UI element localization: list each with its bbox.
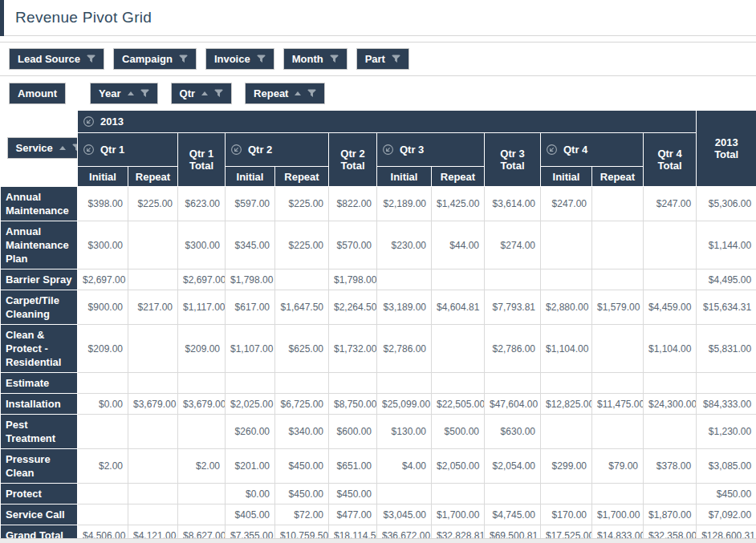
data-cell: $225.00 [275,187,329,221]
data-cell [128,484,178,505]
row-field-service[interactable]: Service [7,137,78,159]
filter-icon[interactable] [87,54,96,64]
filter-icon[interactable] [72,143,78,153]
column-field-qtr[interactable]: Qtr [171,83,233,104]
row-header: Barrier Spray [1,269,78,290]
data-cell [275,373,329,394]
data-cell: $2,786.00 [485,325,541,373]
data-cell: $2,264.50 [329,290,377,325]
filter-field-lead-source[interactable]: Lead Source [9,48,104,70]
field-label: Month [292,52,323,66]
filter-field-month[interactable]: Month [283,48,348,70]
data-cell: $72.00 [275,505,329,525]
data-cell: $1,104.00 [541,325,592,373]
filter-icon[interactable] [214,88,223,99]
column-header-qtr3[interactable]: Qtr 3 [377,133,485,167]
data-cell: $1,144.00 [697,221,756,269]
filter-icon[interactable] [392,54,400,64]
column-header-initial: Initial [377,167,432,187]
data-cell: $617.00 [226,290,275,325]
column-header-qtr4[interactable]: Qtr 4 [541,133,644,167]
table-row: Service Call$405.00$72.00$477.00$3,045.0… [1,505,756,525]
data-cell: $1,104.00 [644,325,697,373]
sort-asc-icon [128,91,134,95]
data-cell [178,505,226,525]
data-cell: $378.00 [644,449,697,484]
field-label: Part [365,52,385,66]
data-cell: $5,831.00 [697,325,756,373]
data-cell: $247.00 [644,187,697,221]
data-cell: $22,505.00 [432,394,485,415]
data-cell: $1,700.00 [592,505,644,525]
data-cell: $0.00 [226,484,275,505]
data-field-amount[interactable]: Amount [9,83,66,104]
filter-field-part[interactable]: Part [356,48,409,70]
data-cell: $2.00 [78,449,128,484]
data-cell [644,484,697,505]
data-cell: $2,189.00 [377,187,432,221]
data-cell [178,484,226,505]
table-row: Estimate [1,373,756,394]
data-cell: $450.00 [275,449,329,484]
horizontal-scrollbar[interactable] [0,538,756,543]
filter-icon[interactable] [140,88,149,99]
column-header-qtr2[interactable]: Qtr 2 [226,133,329,167]
collapse-icon[interactable] [230,144,242,156]
data-cell [128,505,178,525]
data-cell: $3,045.00 [377,505,432,525]
filter-icon[interactable] [330,54,339,64]
column-header-qtr1[interactable]: Qtr 1 [78,133,178,167]
filter-icon[interactable] [307,88,316,99]
data-cell [432,325,485,373]
table-row: Pressure Clean$2.00$2.00$201.00$450.00$6… [1,449,756,484]
collapse-icon[interactable] [83,115,95,128]
data-cell [226,373,275,394]
data-cell: $2,025.00 [226,394,275,415]
data-cell [485,484,541,505]
column-header-2013[interactable]: 2013 [78,111,697,133]
data-cell: $170.00 [541,505,592,525]
data-cell: $0.00 [78,394,128,415]
data-cell: $1,798.00 [226,269,275,290]
data-cell: $2.00 [178,449,226,484]
data-cell: $2,054.00 [485,449,541,484]
data-cell: $651.00 [329,449,377,484]
data-cell: $44.00 [432,221,485,269]
data-cell [592,415,644,449]
collapse-icon[interactable] [83,144,95,156]
filter-field-invoice[interactable]: Invoice [205,48,274,70]
sort-asc-icon [59,146,66,150]
data-cell [178,373,226,394]
filter-field-campaign[interactable]: Campaign [113,48,197,70]
row-header: Protect [1,484,78,505]
column-field-year[interactable]: Year [90,83,157,104]
data-cell: $79.00 [592,449,644,484]
data-cell: $477.00 [329,505,377,525]
sort-asc-icon [201,91,208,95]
data-cell [592,269,644,290]
data-cell: $3,679.00 [128,394,178,415]
data-cell: $3,614.00 [485,187,541,221]
data-cell: $7,092.00 [697,505,756,525]
data-cell: $130.00 [377,415,432,449]
data-cell: $225.00 [275,221,329,269]
data-cell [485,373,541,394]
data-and-column-fields-area: Amount Year Qtr Repeat [0,76,756,107]
data-cell: $225.00 [128,187,178,221]
filter-icon[interactable] [179,54,188,64]
column-header-initial: Initial [78,167,128,187]
data-cell [275,269,329,290]
data-cell [541,484,592,505]
sort-asc-icon [295,91,301,95]
data-cell: $84,333.00 [697,394,756,415]
filter-icon[interactable] [257,54,266,64]
collapse-icon[interactable] [546,144,558,156]
collapse-icon[interactable] [382,144,394,156]
data-cell: $8,750.00 [329,394,377,415]
column-field-repeat[interactable]: Repeat [245,83,325,104]
data-cell: $450.00 [329,484,377,505]
column-header-initial: Initial [541,167,592,187]
column-header-2013-total: 2013 Total [697,111,756,187]
column-header-qtr4-total: Qtr 4 Total [644,133,697,187]
column-header-qtr3-total: Qtr 3 Total [485,133,541,187]
